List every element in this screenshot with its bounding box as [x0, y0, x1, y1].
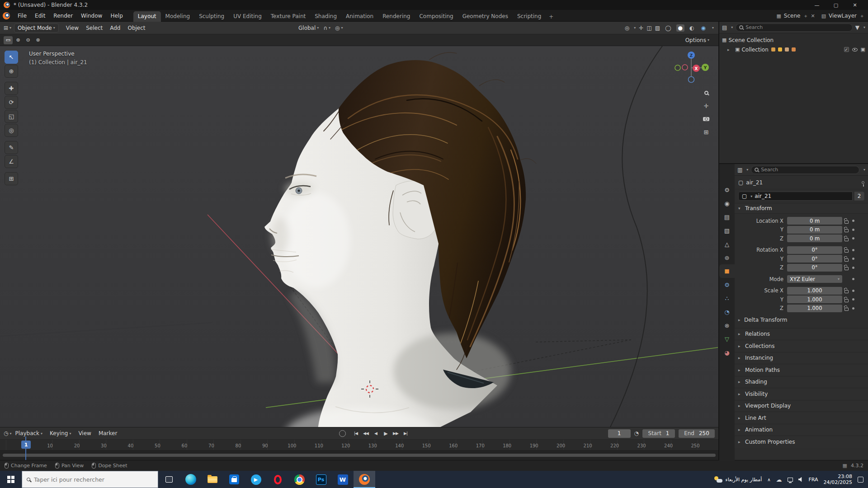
snapping-toggle[interactable]: ∩ ▾ — [323, 25, 330, 31]
panel-line-art[interactable]: ▸Line Art — [735, 412, 868, 424]
maximize-button[interactable]: ▢ — [826, 2, 845, 8]
proportional-editing-toggle[interactable]: ◎ ▾ — [335, 25, 343, 31]
tab-particles[interactable]: ∴ — [719, 291, 735, 305]
tab-texture-paint[interactable]: Texture Paint — [266, 11, 310, 22]
taskbar-app-store[interactable] — [223, 471, 245, 488]
disclosure-icon[interactable]: ▸ — [727, 47, 731, 52]
lock-icon[interactable] — [844, 290, 849, 293]
menu-tl-view[interactable]: View — [75, 429, 94, 438]
menu-playback[interactable]: Playback▾ — [12, 429, 47, 438]
tab-world[interactable]: ⊚ — [719, 251, 735, 264]
panel-instancing[interactable]: ▸Instancing — [735, 352, 868, 364]
weather-widget[interactable]: أمطار يوم الأربعاء — [714, 476, 762, 483]
taskbar-app-telegram[interactable]: ▶ — [245, 471, 267, 488]
panel-custom-properties[interactable]: ▸Custom Properties — [735, 436, 868, 448]
location-z-field[interactable]: 0 m — [787, 235, 842, 242]
select-mode-intersect[interactable]: ⊗ — [33, 36, 42, 44]
animate-dot[interactable] — [852, 220, 854, 222]
lock-icon[interactable] — [844, 258, 849, 262]
animate-dot[interactable] — [852, 258, 854, 260]
tab-render[interactable]: ◉ — [719, 197, 735, 210]
stopwatch-icon[interactable]: ◔ — [634, 430, 639, 436]
tab-animation[interactable]: Animation — [341, 11, 378, 22]
scale-x-field[interactable]: 1.000 — [787, 287, 842, 295]
menu-object[interactable]: Object — [124, 23, 149, 33]
panel-shading[interactable]: ▸Shading — [735, 376, 868, 388]
lock-icon[interactable] — [844, 221, 849, 224]
lock-icon[interactable] — [844, 249, 849, 253]
rotation-y-field[interactable]: 0° — [787, 255, 842, 263]
taskbar-app-blender[interactable] — [354, 471, 375, 488]
menu-add[interactable]: Add — [106, 23, 124, 33]
properties-search-input[interactable]: Search — [751, 166, 859, 174]
menu-view[interactable]: View — [62, 23, 82, 33]
menu-select[interactable]: Select — [82, 23, 106, 33]
animate-dot[interactable] — [852, 229, 854, 231]
start-button[interactable] — [0, 471, 22, 488]
select-mode-new[interactable]: ▭ — [4, 36, 13, 44]
minimize-button[interactable]: — — [807, 2, 826, 8]
measure-tool[interactable]: ∠ — [5, 155, 18, 168]
tab-geometry-nodes[interactable]: Geometry Nodes — [458, 11, 513, 22]
outliner-row-scene-collection[interactable]: ▦ Scene Collection — [719, 35, 868, 45]
menu-window[interactable]: Window — [77, 11, 106, 20]
menu-keying[interactable]: Keying▾ — [46, 429, 75, 438]
tab-output[interactable]: ▤ — [719, 210, 735, 224]
task-view-button[interactable] — [158, 471, 180, 488]
lock-icon[interactable] — [844, 299, 849, 302]
new-scene-icon[interactable]: ＋ — [803, 13, 808, 19]
camera-view-icon[interactable] — [701, 114, 711, 124]
app-menu-icon[interactable] — [3, 12, 10, 19]
taskbar-search[interactable] — [22, 471, 158, 488]
panel-collections[interactable]: ▸Collections — [735, 340, 868, 352]
options-dropdown[interactable]: Options ▾ — [685, 37, 709, 43]
scale-z-field[interactable]: 1.000 — [787, 305, 842, 312]
timeline-ruler[interactable]: 1 11020304050607080901001101201301401501… — [0, 440, 718, 450]
transform-tool[interactable]: ◎ — [5, 124, 18, 137]
shading-wireframe-icon[interactable]: ◯ — [663, 24, 673, 32]
lock-icon[interactable] — [844, 229, 849, 232]
3d-viewport[interactable]: User Perspective (1) Collection | air_21… — [0, 46, 718, 427]
tab-uv-editing[interactable]: UV Editing — [229, 11, 266, 22]
lock-icon[interactable] — [844, 308, 849, 311]
shading-rendered-icon[interactable]: ◉ — [699, 24, 708, 32]
frame-end-field[interactable]: End250 — [679, 429, 715, 438]
rotate-tool[interactable]: ⟳ — [5, 96, 18, 109]
tab-sculpting[interactable]: Sculpting — [194, 11, 229, 22]
tab-shading[interactable]: Shading — [310, 11, 341, 22]
scene-selector[interactable]: Scene — [784, 13, 801, 19]
outliner-row-collection[interactable]: ▸ ▣ Collection ✓ ▣ — [719, 45, 868, 54]
tab-rendering[interactable]: Rendering — [378, 11, 415, 22]
select-mode-subtract[interactable]: ⊖ — [24, 36, 33, 44]
cursor-tool[interactable]: ⊕ — [5, 65, 18, 78]
scale-y-field[interactable]: 1.000 — [787, 296, 842, 303]
pan-hand-icon[interactable]: ✛ — [701, 101, 711, 111]
shading-material-icon[interactable]: ◐ — [688, 24, 696, 32]
select-mode-extend[interactable]: ⊕ — [14, 36, 23, 44]
properties-editor-icon[interactable]: ▥ — [737, 167, 742, 173]
animate-dot[interactable] — [852, 267, 854, 269]
panel-visibility[interactable]: ▸Visibility — [735, 388, 868, 400]
taskbar-app-explorer[interactable] — [202, 471, 223, 488]
tab-modifiers[interactable]: ⚙ — [719, 278, 735, 291]
camera-render-toggle-icon[interactable]: ▣ — [861, 47, 865, 52]
add-cube-tool[interactable]: ⊞ — [5, 172, 18, 185]
transform-panel-header[interactable]: ▾ Transform — [735, 203, 868, 214]
panel-relations[interactable]: ▸Relations — [735, 328, 868, 340]
filter-icon[interactable]: ▼ — [855, 24, 859, 31]
rotation-x-field[interactable]: 0° — [787, 246, 842, 254]
hide-eye-icon[interactable] — [852, 48, 858, 52]
tab-layout[interactable]: Layout — [133, 11, 161, 22]
animate-dot[interactable] — [852, 307, 854, 310]
network-icon[interactable] — [788, 478, 793, 482]
panel-motion-paths[interactable]: ▸Motion Paths — [735, 364, 868, 376]
taskbar-app-word[interactable]: W — [332, 471, 354, 488]
pin-icon[interactable] — [862, 181, 864, 184]
animate-dot[interactable] — [852, 298, 854, 300]
tab-physics[interactable]: ◔ — [719, 305, 735, 319]
new-viewlayer-icon[interactable]: ＋ — [859, 13, 864, 19]
viewlayer-selector[interactable]: ViewLayer — [829, 13, 857, 19]
tab-scene[interactable]: △ — [719, 237, 735, 251]
next-keyframe-button[interactable]: ▶▶ — [391, 429, 400, 437]
tab-material[interactable]: ◕ — [719, 346, 735, 359]
